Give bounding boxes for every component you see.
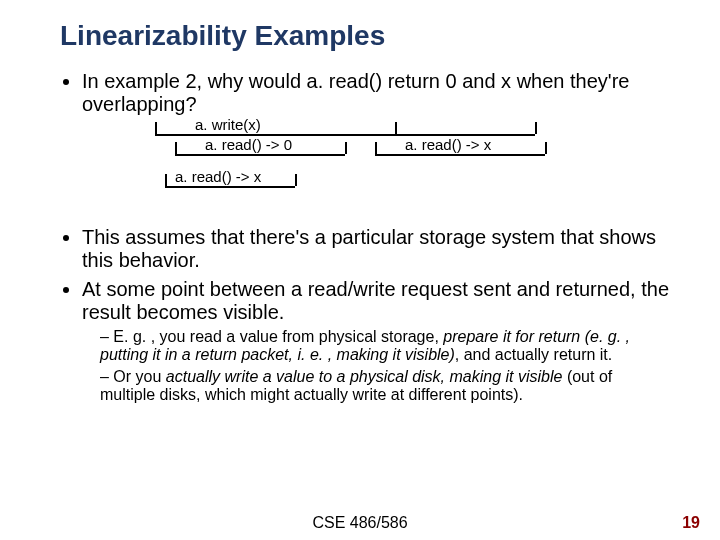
timeline-diagram: a. write(x) a. read() -> 0 a. read() -> …	[115, 122, 615, 212]
bullet-2: This assumes that there's a particular s…	[82, 226, 670, 272]
op-label-readx-1: a. read() -> x	[405, 136, 491, 153]
bullet-1: In example 2, why would a. read() return…	[82, 70, 670, 116]
op-label-write: a. write(x)	[195, 116, 261, 133]
slide-title: Linearizability Examples	[60, 20, 670, 52]
bullet-3: At some point between a read/write reque…	[82, 278, 670, 404]
sub-bullet-2: Or you actually write a value to a physi…	[100, 368, 670, 404]
footer-course: CSE 486/586	[0, 514, 720, 532]
page-number: 19	[682, 514, 700, 532]
sub-bullet-1: E. g. , you read a value from physical s…	[100, 328, 670, 364]
op-label-read0: a. read() -> 0	[205, 136, 292, 153]
op-label-readx-2: a. read() -> x	[175, 168, 261, 185]
